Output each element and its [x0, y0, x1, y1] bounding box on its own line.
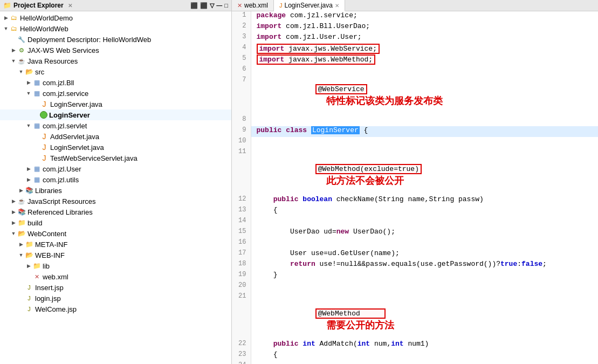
tree-item-javaresources[interactable]: ▼ ☕ Java Resources [0, 56, 231, 66]
tree-item-com-jzl-bll[interactable]: ▶ ▦ com.jzl.Bll [0, 77, 231, 88]
tree-arrow: ▼ [2, 26, 10, 31]
tree-label: LoginServer [49, 111, 90, 119]
tree-item-jsresources[interactable]: ▶ ☕ JavaScript Resources [0, 196, 231, 207]
tree-item-deployment[interactable]: 🔧 Deployment Descriptor: HelloWorldWeb [0, 34, 231, 45]
java-icon: J [40, 132, 49, 141]
tree-item-com-jzl-user[interactable]: ▶ ▦ com.jzl.User [0, 163, 231, 174]
tab-close-icon[interactable]: ✕ [335, 3, 339, 9]
tree-item-welcome-jsp[interactable]: J WelCome.jsp [0, 304, 231, 314]
tree-item-helloworldweb[interactable]: ▼ 🗂 HelloWorldWeb [0, 23, 231, 34]
xml-icon: ✕ [32, 272, 41, 281]
tree-item-login-jsp[interactable]: J login.jsp [0, 293, 231, 304]
editor-tab-bar: ✕ web.xml J LoginServer.java ✕ [232, 0, 598, 11]
line-content: public class LoginServer { [251, 126, 598, 137]
line-content [251, 115, 598, 126]
tree-item-lib[interactable]: ▶ 📁 lib [0, 260, 231, 271]
cn-annotation-1: 特性标记该类为服务发布类 [326, 95, 443, 106]
jsp-icon: J [25, 305, 33, 313]
maximize-icon[interactable]: □ [224, 2, 228, 9]
line-number: 20 [232, 281, 251, 292]
java-icon: J [40, 100, 49, 108]
code-line-15: 15 UserDao ud=new UserDao(); [232, 228, 598, 238]
line-content [251, 361, 598, 364]
tree-label: LoginServlet.java [50, 143, 104, 152]
line-number: 10 [232, 137, 251, 148]
line-number: 21 [232, 292, 251, 340]
line-content [251, 238, 598, 249]
line-number: 9 [232, 126, 251, 137]
folder-icon: 📂 [25, 67, 33, 76]
jsp-icon: J [25, 283, 33, 292]
tree-item-com-jzl-service[interactable]: ▼ ▦ com.jzl.service [0, 88, 231, 99]
tree-item-libraries[interactable]: ▶ 📚 Libraries [0, 185, 231, 196]
code-editor[interactable]: 1 package com.jzl.service; 2 import com.… [232, 11, 598, 364]
code-line-2: 2 import com.jzl.Bll.UserDao; [232, 22, 598, 33]
restore-icon[interactable]: — [216, 2, 222, 9]
folder-icon: 📁 [25, 240, 33, 249]
tree-item-meta-inf[interactable]: ▶ 📁 META-INF [0, 239, 231, 250]
tree-label: JavaScript Resources [28, 197, 95, 205]
reflib-icon: 📚 [17, 208, 26, 216]
tree-label: web.xml [43, 273, 68, 281]
project-explorer-panel: 📁 Project Explorer ✕ ⬛ ⬛ ▽ — □ ▶ 🗂 Hello… [0, 0, 232, 364]
tab-web-xml[interactable]: ✕ web.xml [232, 0, 274, 11]
tree-label: HelloWorldWeb [20, 25, 68, 33]
tree-item-com-jzl-servlet[interactable]: ▼ ▦ com.jzl.servlet [0, 120, 231, 131]
expand-icon[interactable]: ⬛ [200, 2, 208, 9]
code-line-7: 7 @WebService 特性标记该类为服务发布类 [232, 76, 598, 115]
tree-item-build[interactable]: ▶ 📁 build [0, 217, 231, 228]
ws-icon: ⚙ [17, 46, 26, 54]
tree-item-loginservlet[interactable]: J LoginServlet.java [0, 142, 231, 153]
cn-annotation-3: 需要公开的方法 [326, 320, 394, 331]
collapse-icon[interactable]: ⬛ [190, 2, 198, 9]
line-content [251, 281, 598, 292]
tree-item-referenced-libraries[interactable]: ▶ 📚 Referenced Libraries [0, 207, 231, 217]
line-content: package com.jzl.service; [251, 11, 598, 22]
tree-item-web-xml[interactable]: ✕ web.xml [0, 271, 231, 282]
line-content: import com.jzl.User.User; [251, 33, 598, 44]
tree-arrow: ▶ [10, 209, 17, 215]
panel-header-icons[interactable]: ⬛ ⬛ ▽ — □ [190, 2, 228, 9]
line-number: 22 [232, 340, 251, 351]
line-content: public boolean checkName(String name,Str… [251, 195, 598, 206]
tree-arrow: ▶ [10, 198, 17, 204]
resources-icon: ☕ [17, 57, 26, 65]
tab-loginserver-java[interactable]: J LoginServer.java ✕ [274, 0, 345, 11]
tree-item-webcontent[interactable]: ▼ 📂 WebContent [0, 228, 231, 239]
tree-item-testwebserviceservlet[interactable]: J TestWebServiceServlet.java [0, 153, 231, 163]
package-icon: ▦ [32, 121, 41, 130]
panel-header-title: 📁 Project Explorer ✕ [3, 2, 72, 9]
service-running-icon [40, 111, 47, 119]
tree-item-jaxws[interactable]: ▶ ⚙ JAX-WS Web Services [0, 45, 231, 56]
code-line-1: 1 package com.jzl.service; [232, 11, 598, 22]
tree-item-com-jzl-utils[interactable]: ▶ ▦ com.jzl.utils [0, 174, 231, 185]
panel-header: 📁 Project Explorer ✕ ⬛ ⬛ ▽ — □ [0, 0, 231, 11]
tree-item-loginserver-java[interactable]: J LoginServer.java [0, 99, 231, 109]
tree-item-loginserver-service[interactable]: LoginServer [0, 109, 231, 120]
code-line-24: 24 [232, 361, 598, 364]
tree-item-addservlet[interactable]: J AddServlet.java [0, 131, 231, 142]
code-line-18: 18 return use!=null&&passw.equals(use.ge… [232, 260, 598, 271]
tree-item-helloworlddemo[interactable]: ▶ 🗂 HelloWorldDemo [0, 12, 231, 23]
tree-label: WebContent [28, 230, 66, 238]
tree-label: WEB-INF [35, 251, 65, 259]
line-content: { [251, 351, 598, 361]
line-number: 1 [232, 11, 251, 22]
tab-label: web.xml [244, 2, 268, 9]
tree-item-web-inf[interactable]: ▼ 📂 WEB-INF [0, 250, 231, 260]
code-line-14: 14 [232, 217, 598, 228]
tree-label: lib [43, 262, 50, 270]
tree-label: Insert.jsp [35, 284, 64, 292]
tree-item-insert-jsp[interactable]: J Insert.jsp [0, 282, 231, 293]
cn-annotation-2: 此方法不会被公开 [326, 175, 404, 186]
tree-label: Java Resources [28, 57, 78, 65]
line-number: 15 [232, 228, 251, 238]
code-line-23: 23 { [232, 351, 598, 361]
line-number: 23 [232, 351, 251, 361]
tree-item-src[interactable]: ▼ 📂 src [0, 66, 231, 77]
minimize-icon[interactable]: ▽ [210, 2, 214, 9]
folder-icon: 📂 [17, 229, 26, 238]
java-icon: J [40, 154, 49, 162]
tree-label: build [28, 219, 42, 227]
tree-label: com.jzl.servlet [43, 122, 87, 130]
